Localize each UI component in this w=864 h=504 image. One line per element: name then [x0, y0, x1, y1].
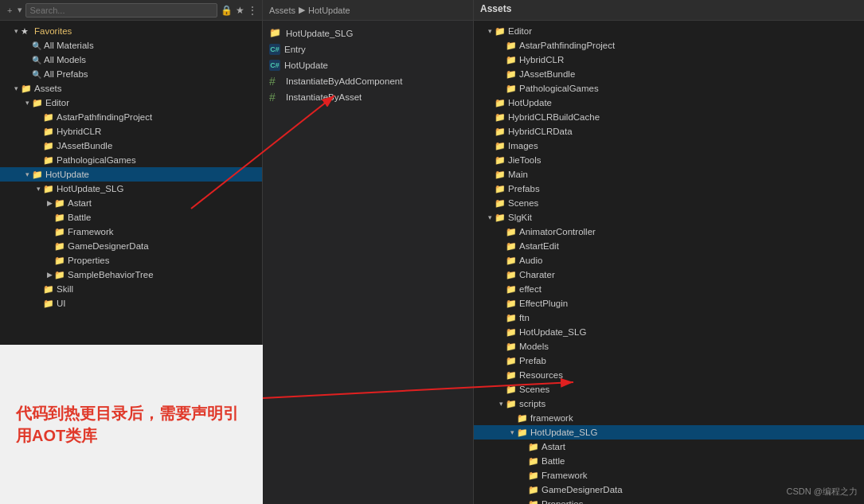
mi-instantiate-asset-label: InstantiateByAsset: [286, 92, 362, 102]
breadcrumb-hotupdate[interactable]: HotUpdate: [308, 6, 350, 15]
editor-folder-item[interactable]: ▾ 📁 Editor: [0, 96, 262, 110]
hotupdate-slg-label: HotUpdate_SLG: [57, 184, 123, 193]
r-hybridclrbuild[interactable]: 📁 HybridCLRBuildCache: [474, 110, 864, 124]
hotupdate-item[interactable]: ▾ 📁 HotUpdate: [0, 167, 262, 182]
right-tree: ▾ 📁 Editor 📁 AstarPathfindingProject 📁 H…: [474, 21, 864, 504]
mi-hotupdate-slg[interactable]: 📁 HotUpdate_SLG: [263, 25, 473, 41]
framework-label: Framework: [68, 227, 114, 236]
add-button[interactable]: +: [5, 5, 14, 16]
r-battle2[interactable]: 📁 Battle: [474, 454, 864, 468]
mi-instantiate-add-label: InstantiateByAddComponent: [286, 76, 402, 86]
r-hotupdate-slg-selected[interactable]: ▾ 📁 HotUpdate_SLG: [474, 425, 864, 440]
separator: ▾: [18, 5, 22, 15]
hybridclr-item[interactable]: 📁 HybridCLR: [0, 124, 262, 139]
jassetbundle-label: JAssetBundle: [57, 141, 112, 150]
left-toolbar: + ▾ 🔒 ★ ⋮: [0, 0, 262, 21]
folder-icon: 📁: [269, 27, 282, 40]
jassetbundle-item[interactable]: 📁 JAssetBundle: [0, 139, 262, 153]
lock-icon[interactable]: 🔒: [221, 5, 233, 16]
breadcrumb-assets[interactable]: Assets: [269, 6, 295, 15]
r-jietools[interactable]: 📁 JieTools: [474, 153, 864, 167]
r-scenes2[interactable]: 📁 Scenes: [474, 382, 864, 397]
toolbar-icons: 🔒 ★ ⋮: [221, 5, 257, 16]
all-materials-item[interactable]: 🔍 All Materials: [0, 38, 262, 53]
star-icon[interactable]: ★: [236, 5, 244, 16]
ui-label: UI: [57, 299, 66, 308]
r-models[interactable]: 📁 Models: [474, 339, 864, 354]
favorites-label: Favorites: [34, 26, 72, 36]
breadcrumb-separator: ▶: [299, 5, 305, 15]
r-hotupdate[interactable]: 📁 HotUpdate: [474, 96, 864, 110]
r-astart2[interactable]: 📁 Astart: [474, 440, 864, 454]
r-astar[interactable]: 📁 AstarPathfindingProject: [474, 38, 864, 53]
all-materials-label: All Materials: [44, 41, 94, 50]
properties-label: Properties: [68, 256, 109, 265]
r-animcontroller[interactable]: 📁 AnimatorController: [474, 225, 864, 239]
mi-instantiate-asset[interactable]: # InstantiateByAsset: [263, 89, 473, 105]
mi-hotupdate[interactable]: C# HotUpdate: [263, 57, 473, 73]
hotupdate-slg-item[interactable]: ▾ 📁 HotUpdate_SLG: [0, 182, 262, 196]
search-input[interactable]: [25, 3, 217, 18]
astar-label: AstarPathfindingProject: [57, 112, 152, 122]
r-prefabs[interactable]: 📁 Prefabs: [474, 182, 864, 196]
r-resources[interactable]: 📁 Resources: [474, 368, 864, 382]
hotupdate-label: HotUpdate: [45, 170, 89, 179]
all-prefabs-label: All Prefabs: [44, 69, 88, 79]
filter-icon[interactable]: ⋮: [248, 5, 257, 16]
cs-icon2: C#: [269, 60, 280, 71]
r-prefab[interactable]: 📁 Prefab: [474, 354, 864, 368]
r-framework3[interactable]: 📁 Framework: [474, 468, 864, 483]
cs-icon: C#: [269, 44, 280, 55]
middle-content: 📁 HotUpdate_SLG C# Entry C# HotUpdate # …: [263, 21, 473, 504]
r-jasset[interactable]: 📁 JAssetBundle: [474, 67, 864, 81]
assets-root-label: Assets: [34, 84, 62, 93]
mi-instantiate-add[interactable]: # InstantiateByAddComponent: [263, 73, 473, 89]
all-prefabs-item[interactable]: 🔍 All Prefabs: [0, 67, 262, 81]
breadcrumb: Assets ▶ HotUpdate: [263, 0, 473, 21]
astar-item[interactable]: 📁 AstarPathfindingProject: [0, 110, 262, 124]
r-charater[interactable]: 📁 Charater: [474, 268, 864, 282]
r-framework2[interactable]: 📁 framework: [474, 411, 864, 425]
assets-root-item[interactable]: ▾ 📁 Assets: [0, 81, 262, 96]
skill-label: Skill: [57, 284, 73, 294]
astart-item[interactable]: ▶ 📁 Astart: [0, 196, 262, 210]
r-hybridclrdata[interactable]: 📁 HybridCLRData: [474, 124, 864, 139]
r-properties2[interactable]: 📁 Properties: [474, 497, 864, 504]
r-images[interactable]: 📁 Images: [474, 139, 864, 153]
r-audio[interactable]: 📁 Audio: [474, 253, 864, 268]
pathological-item[interactable]: 📁 PathologicalGames: [0, 153, 262, 167]
pathological-label: PathologicalGames: [57, 155, 136, 165]
r-editor[interactable]: ▾ 📁 Editor: [474, 24, 864, 38]
battle-item[interactable]: 📁 Battle: [0, 210, 262, 225]
hash-icon: #: [269, 75, 282, 88]
mi-entry-label: Entry: [284, 45, 306, 54]
all-models-item[interactable]: 🔍 All Models: [0, 53, 262, 67]
samplebehavior-label: SampleBehaviorTree: [68, 270, 154, 279]
r-effectplugin[interactable]: 📁 EffectPlugin: [474, 296, 864, 311]
r-effect[interactable]: 📁 effect: [474, 282, 864, 296]
battle-label: Battle: [68, 213, 91, 222]
r-hybridclr[interactable]: 📁 HybridCLR: [474, 53, 864, 67]
gamedesigner-label: GameDesignerData: [68, 241, 149, 251]
r-scripts[interactable]: ▾ 📁 scripts: [474, 397, 864, 411]
framework-item[interactable]: 📁 Framework: [0, 225, 262, 239]
r-pathological[interactable]: 📁 PathologicalGames: [474, 81, 864, 96]
mi-entry[interactable]: C# Entry: [263, 41, 473, 57]
right-panel: Assets ▾ 📁 Editor 📁 AstarPathfindingProj…: [474, 0, 864, 504]
r-scenes[interactable]: 📁 Scenes: [474, 196, 864, 210]
r-astartedit[interactable]: 📁 AstartEdit: [474, 239, 864, 253]
skill-item[interactable]: 📁 Skill: [0, 282, 262, 296]
annotation-area: 代码到热更目录后，需要声明引用AOT类库: [0, 345, 263, 504]
favorites-header[interactable]: ▾ ★ Favorites: [0, 24, 262, 38]
samplebehavior-item[interactable]: ▶ 📁 SampleBehaviorTree: [0, 268, 262, 282]
properties-item[interactable]: 📁 Properties: [0, 253, 262, 268]
r-slgkit[interactable]: ▾ 📁 SlgKit: [474, 210, 864, 225]
hybridclr-label: HybridCLR: [57, 127, 101, 136]
ui-item[interactable]: 📁 UI: [0, 296, 262, 311]
r-hotupdate-slg-2[interactable]: 📁 HotUpdate_SLG: [474, 325, 864, 339]
astart-label: Astart: [68, 198, 92, 208]
r-ftn[interactable]: 📁 ftn: [474, 311, 864, 325]
gamedesigner-item[interactable]: 📁 GameDesignerData: [0, 239, 262, 253]
r-main[interactable]: 📁 Main: [474, 167, 864, 182]
mi-hotupdate-label: HotUpdate: [284, 61, 328, 70]
